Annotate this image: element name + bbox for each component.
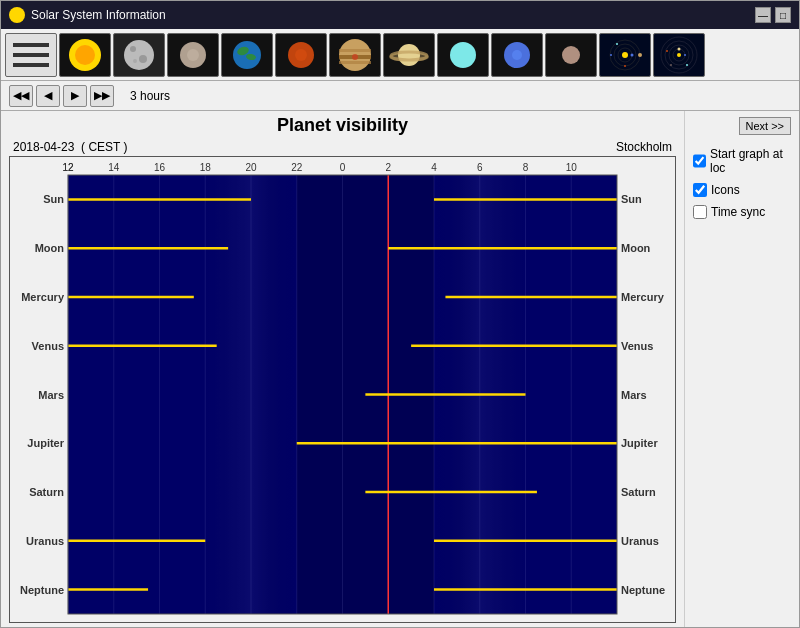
saturn-icon[interactable] xyxy=(383,33,435,77)
window-title: Solar System Information xyxy=(31,8,755,22)
time-sync-checkbox[interactable] xyxy=(693,205,707,219)
svg-point-36 xyxy=(610,54,612,56)
svg-point-37 xyxy=(677,53,681,57)
chart-container xyxy=(9,156,676,623)
svg-point-30 xyxy=(631,53,634,56)
svg-rect-1 xyxy=(13,53,49,57)
main-content: Planet visibility 2018-04-23 ( CEST ) St… xyxy=(1,111,799,627)
pluto-icon[interactable] xyxy=(545,33,597,77)
chart-header: 2018-04-23 ( CEST ) Stockholm xyxy=(9,140,676,154)
time-step-label: 3 hours xyxy=(130,89,170,103)
svg-point-15 xyxy=(295,49,307,61)
mercury-icon[interactable] xyxy=(167,33,219,77)
svg-point-27 xyxy=(562,46,580,64)
sidebar-next: Next >> xyxy=(693,117,791,135)
window-controls: — □ xyxy=(755,7,791,23)
moon-icon[interactable] xyxy=(113,33,165,77)
play-button[interactable]: ▶ xyxy=(63,85,87,107)
minimize-button[interactable]: — xyxy=(755,7,771,23)
svg-point-22 xyxy=(398,44,420,66)
earth-icon[interactable] xyxy=(221,33,273,77)
svg-point-6 xyxy=(130,46,136,52)
maximize-button[interactable]: □ xyxy=(775,7,791,23)
svg-point-28 xyxy=(622,52,628,58)
start-graph-checkbox[interactable] xyxy=(693,154,706,168)
title-bar: Solar System Information — □ xyxy=(1,1,799,29)
controls-bar: ◀◀ ◀ ▶ ▶▶ 3 hours xyxy=(1,81,799,111)
svg-point-35 xyxy=(616,43,618,45)
svg-rect-0 xyxy=(13,43,49,47)
start-graph-label: Start graph at loc xyxy=(710,147,791,175)
skip-forward-button[interactable]: ▶▶ xyxy=(90,85,114,107)
skip-back-button[interactable]: ◀◀ xyxy=(9,85,33,107)
nav-controls: ◀◀ ◀ ▶ ▶▶ xyxy=(9,85,114,107)
chart-date: 2018-04-23 ( CEST ) xyxy=(13,140,128,154)
svg-point-34 xyxy=(638,53,642,57)
chart-location: Stockholm xyxy=(616,140,672,154)
svg-rect-19 xyxy=(339,61,371,64)
next-button[interactable]: Next >> xyxy=(739,117,791,135)
time-sync-row: Time sync xyxy=(693,205,791,219)
svg-point-4 xyxy=(75,45,95,65)
svg-point-45 xyxy=(686,64,688,66)
svg-point-10 xyxy=(187,49,199,61)
chart-area: Planet visibility 2018-04-23 ( CEST ) St… xyxy=(1,111,684,627)
svg-point-32 xyxy=(624,65,626,67)
svg-rect-2 xyxy=(13,63,49,67)
solar-system-map-icon[interactable] xyxy=(599,33,651,77)
uranus-icon[interactable] xyxy=(437,33,489,77)
sun-icon[interactable] xyxy=(59,33,111,77)
svg-point-7 xyxy=(139,55,147,63)
app-icon xyxy=(9,7,25,23)
list-icon[interactable] xyxy=(5,33,57,77)
svg-point-26 xyxy=(512,50,522,60)
mars-icon[interactable] xyxy=(275,33,327,77)
time-sync-label: Time sync xyxy=(711,205,765,219)
chart-title: Planet visibility xyxy=(9,115,676,136)
planet-toolbar xyxy=(1,29,799,81)
neptune-icon[interactable] xyxy=(491,33,543,77)
start-graph-row: Start graph at loc xyxy=(693,147,791,175)
svg-point-44 xyxy=(666,50,668,52)
svg-rect-17 xyxy=(339,49,371,52)
svg-point-24 xyxy=(450,42,476,68)
visibility-chart xyxy=(10,157,675,622)
solar-system-map2-icon[interactable] xyxy=(653,33,705,77)
planet-icon-bar xyxy=(5,33,795,77)
main-window: Solar System Information — □ xyxy=(0,0,800,628)
svg-point-46 xyxy=(670,64,672,66)
jupiter-icon[interactable] xyxy=(329,33,381,77)
icons-label: Icons xyxy=(711,183,740,197)
icons-checkbox[interactable] xyxy=(693,183,707,197)
svg-point-20 xyxy=(352,54,358,60)
svg-point-5 xyxy=(124,40,154,70)
svg-point-40 xyxy=(678,47,681,50)
svg-point-8 xyxy=(133,59,137,63)
sidebar: Next >> Start graph at loc Icons Time sy… xyxy=(684,111,799,627)
step-back-button[interactable]: ◀ xyxy=(36,85,60,107)
icons-row: Icons xyxy=(693,183,791,197)
svg-point-39 xyxy=(684,54,686,56)
